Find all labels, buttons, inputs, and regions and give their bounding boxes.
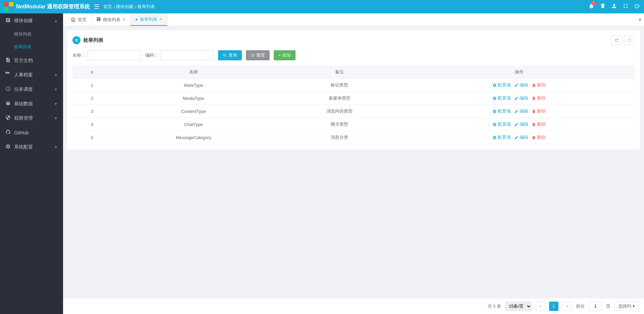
page-size-select[interactable]: 15条/页 30条/页 50条/页 — [505, 302, 532, 311]
chevron-up-icon: ▲ — [54, 19, 58, 23]
add-button[interactable]: + 添加 — [274, 50, 296, 60]
goto-page-input[interactable] — [589, 302, 602, 311]
page-card: 枚举列表 名称： — [67, 30, 640, 149]
chevron-down-icon4: ▼ — [54, 116, 58, 120]
system-config-icon — [5, 144, 11, 150]
page-1-button[interactable]: 1 — [549, 302, 558, 311]
goto-suffix: 页 — [606, 303, 610, 309]
delete-button[interactable]: 删除 — [532, 121, 546, 127]
page-title: 枚举列表 — [83, 37, 103, 44]
sidebar-item-module-create[interactable]: 模块创建 ▲ — [0, 13, 63, 28]
config-button[interactable]: 配置项 — [492, 134, 511, 140]
sidebar-label-base-data: 基础数据 — [14, 101, 33, 107]
sidebar-item-enum-list[interactable]: 枚举列表 — [0, 41, 63, 53]
app-title: NetModular 通用权限管理系统 — [16, 3, 90, 10]
cell-index: 4 — [72, 118, 112, 131]
breadcrumb-home[interactable]: 首页 — [103, 4, 112, 10]
tab-home[interactable]: 🏠 首页 — [66, 13, 92, 26]
sidebar-item-permission[interactable]: 权限管理 ▼ — [0, 111, 63, 125]
delete-button[interactable]: 删除 — [532, 108, 546, 114]
table-row: 3 ContentType 消息内容类型 配置项 编辑 删除 — [72, 105, 635, 118]
module-list-tab-close[interactable]: ✕ — [122, 17, 125, 22]
cell-remark: 聊天类型 — [275, 118, 404, 131]
table-row: 4 ChatType 聊天类型 配置项 编辑 删除 — [72, 118, 635, 131]
sidebar-item-github[interactable]: GitHub — [0, 125, 63, 140]
page-header-actions — [611, 36, 635, 45]
notification-icon[interactable]: 5 — [588, 3, 594, 10]
select-columns-button[interactable]: 选择列 ▾ — [614, 302, 639, 311]
tab-module-list[interactable]: 模块列表 ✕ — [92, 13, 130, 26]
query-btn-label: 查询 — [228, 52, 237, 58]
goto-prefix: 前往 — [576, 303, 585, 309]
tab-enum-list[interactable]: ● 枚举列表 ✕ — [130, 13, 167, 26]
sidebar-label-system-config: 系统配置 — [14, 144, 33, 150]
svg-rect-2 — [4, 7, 8, 11]
tab-bar: 🏠 首页 模块列表 ✕ ● 枚举列表 ✕ ▾ — [63, 13, 644, 26]
edit-button[interactable]: 编辑 — [514, 82, 528, 88]
config-button[interactable]: 配置项 — [492, 108, 511, 114]
query-button[interactable]: 查询 — [218, 50, 242, 60]
tab-arrow-icon[interactable]: ▾ — [639, 16, 641, 23]
delete-button[interactable]: 删除 — [532, 134, 546, 140]
sidebar-item-module-list[interactable]: 模块列表 — [0, 28, 63, 41]
sidebar-item-task-schedule[interactable]: 任务调度 ▼ — [0, 82, 63, 97]
chevron-down-icon3: ▼ — [54, 102, 58, 106]
header: NetModular 通用权限管理系统 ☰ 首页 / 模块创建 / 枚举列表 5 — [0, 0, 644, 13]
delete-button[interactable]: 删除 — [532, 82, 546, 88]
svg-rect-0 — [4, 2, 8, 6]
col-remark: 备注 — [275, 66, 404, 79]
base-data-icon — [5, 101, 11, 107]
module-create-icon — [5, 17, 11, 24]
edit-button[interactable]: 编辑 — [514, 95, 528, 101]
github-icon — [5, 129, 11, 136]
enum-list-tab-icon: ● — [135, 17, 138, 22]
enum-list-tab-close[interactable]: ✕ — [159, 17, 162, 21]
table-row: 2 MediaType 多媒体类型 配置项 编辑 删除 — [72, 92, 635, 105]
config-button[interactable]: 配置项 — [492, 121, 511, 127]
sidebar-item-hr-archive[interactable]: 人事档案 ▼ — [0, 68, 63, 82]
edit-button[interactable]: 编辑 — [514, 108, 528, 114]
code-label: 编码： — [145, 52, 158, 58]
name-field: 名称： — [72, 50, 141, 60]
header-left: NetModular 通用权限管理系统 ☰ 首页 / 模块创建 / 枚举列表 — [4, 2, 155, 11]
home-tab-icon: 🏠 — [70, 17, 76, 22]
sidebar-item-system-config[interactable]: 系统配置 ▼ — [0, 140, 63, 154]
official-docs-icon — [5, 57, 11, 64]
code-input[interactable] — [160, 50, 214, 60]
user-icon[interactable] — [611, 3, 617, 10]
expand-icon[interactable] — [623, 3, 629, 10]
breadcrumb-current: 枚举列表 — [138, 4, 155, 10]
cell-index: 3 — [72, 105, 112, 118]
name-input[interactable] — [88, 50, 141, 60]
edit-button[interactable]: 编辑 — [514, 134, 528, 140]
notification-badge: 5 — [591, 1, 596, 5]
col-name: 名称 — [112, 66, 275, 79]
breadcrumb-module[interactable]: 模块创建 — [116, 4, 133, 10]
menu-icon[interactable]: ☰ — [94, 3, 99, 10]
edit-button[interactable]: 编辑 — [514, 121, 528, 127]
config-button[interactable]: 配置项 — [492, 95, 511, 101]
table-body: 1 MarkType 标记类型 配置项 编辑 删除 2 MediaType — [72, 79, 635, 144]
delete-button[interactable]: 删除 — [532, 95, 546, 101]
next-page-button[interactable]: › — [562, 302, 572, 311]
tshirt-icon[interactable] — [600, 3, 606, 10]
sidebar-item-base-data[interactable]: 基础数据 ▼ — [0, 97, 63, 111]
cell-remark: 消息内容类型 — [275, 105, 404, 118]
data-table: # 名称 备注 操作 1 MarkType 标记类型 配置项 — [72, 66, 635, 144]
cell-remark: 多媒体类型 — [275, 92, 404, 105]
power-icon[interactable] — [634, 3, 640, 10]
refresh-button[interactable] — [611, 36, 622, 45]
fullscreen-button[interactable] — [624, 36, 635, 45]
config-button[interactable]: 配置项 — [492, 82, 511, 88]
prev-page-button[interactable]: ‹ — [536, 302, 545, 311]
sidebar-item-official-docs[interactable]: 官方文档 — [0, 53, 63, 68]
module-list-tab-icon — [96, 17, 101, 22]
table-header-row: # 名称 备注 操作 — [72, 66, 635, 79]
logo: NetModular 通用权限管理系统 — [4, 2, 90, 11]
cell-actions: 配置项 编辑 删除 — [404, 79, 635, 92]
cell-name: MediaType — [112, 92, 275, 105]
sidebar: 模块创建 ▲ 模块列表 枚举列表 官方文档 人事档案 — [0, 13, 63, 314]
enum-list-tab-label: 枚举列表 — [140, 16, 157, 22]
reset-button[interactable]: 重置 — [246, 50, 270, 60]
enum-list-label: 枚举列表 — [14, 44, 32, 49]
